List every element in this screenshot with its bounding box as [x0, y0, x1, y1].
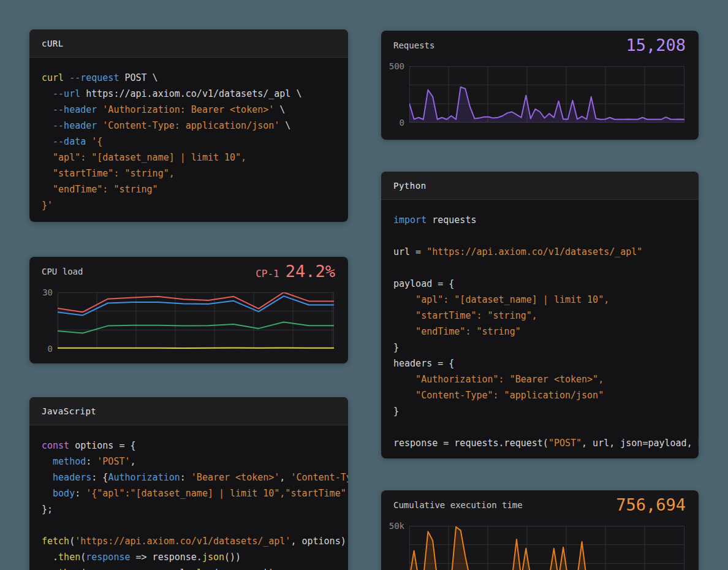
code-line: [393, 228, 699, 244]
chart-value: 756,694: [616, 495, 686, 514]
javascript-panel-header: JavaScript: [29, 397, 348, 425]
code-line: payload = {: [393, 276, 699, 292]
chart-value-wrap: 15,208: [626, 36, 686, 55]
code-line: url = "https://api.axiom.co/v1/datasets/…: [393, 244, 699, 260]
grid: [58, 292, 334, 349]
y-axis-zero-label: 0: [29, 344, 53, 354]
cpu-load-chart-panel: CPU load CP-1 24.2% 30 0: [29, 257, 348, 363]
cpu-blue: [58, 296, 334, 315]
code-line: response = requests.request("POST", url,…: [393, 435, 699, 451]
curl-code-panel: cURL curl --request POST \ --url https:/…: [29, 29, 348, 222]
cumulative-execution-time-chart-panel: Cumulative execution time 756,694 50k 0: [381, 490, 699, 570]
chart-series-label: CP-1: [256, 268, 279, 279]
code-line: headers: {Authorization: 'Bearer <token>…: [42, 469, 348, 485]
code-line: --header 'Content-Type: application/json…: [42, 118, 348, 134]
code-line: method: 'POST',: [42, 454, 348, 469]
requests-line: [409, 87, 684, 120]
grid: [409, 526, 684, 570]
code-line: --header 'Authorization: Bearer <token>'…: [42, 102, 348, 118]
code-line: const options = {: [42, 438, 348, 454]
python-code-block: import requests url = "https://api.axiom…: [381, 200, 699, 451]
code-line: curl --request POST \: [42, 70, 348, 86]
code-line: }: [393, 340, 699, 355]
code-line: fetch('https://api.axiom.co/v1/datasets/…: [42, 533, 348, 549]
y-axis-max-label: 500: [381, 61, 404, 71]
code-line: --data '{: [42, 134, 348, 150]
code-line: "endTime": "string": [42, 181, 348, 197]
panel-title: JavaScript: [42, 406, 96, 416]
chart-title: CPU load: [42, 267, 83, 276]
curl-panel-header: cURL: [29, 29, 348, 58]
chart-title: Requests: [393, 40, 434, 50]
y-axis-zero-label: 0: [381, 118, 404, 127]
cumulative-execution-time-chart-plot: [409, 526, 684, 570]
code-line: "apl": "[dataset_name] | limit 10",: [393, 292, 699, 308]
javascript-code-panel: JavaScript const options = { method: 'PO…: [29, 397, 348, 570]
code-line: "endTime": "string": [393, 324, 699, 340]
cpu-yellow: [58, 348, 334, 349]
javascript-code-block: const options = { method: 'POST', header…: [29, 425, 348, 570]
code-line: body: '{"apl":"[dataset_name] | limit 10…: [42, 485, 348, 501]
requests-chart-plot: [409, 66, 684, 123]
chart-value: 15,208: [626, 36, 686, 55]
chart-title: Cumulative execution time: [393, 500, 523, 510]
panel-title: Python: [393, 181, 427, 191]
code-line: .then(response => response.json()): [42, 549, 348, 565]
code-line: --url https://api.axiom.co/v1/datasets/_…: [42, 86, 348, 102]
code-line: };: [42, 501, 348, 517]
grid: [409, 66, 684, 123]
python-panel-header: Python: [381, 172, 699, 200]
code-line: [393, 419, 699, 435]
code-line: "Content-Type": "application/json": [393, 387, 699, 403]
y-axis-max-label: 30: [29, 287, 53, 297]
cpu-green: [58, 322, 334, 333]
requests-chart-panel: Requests 15,208 500 0: [381, 31, 699, 140]
code-line: "apl": "[dataset_name] | limit 10",: [42, 150, 348, 165]
code-line: import requests: [393, 212, 699, 228]
code-line: "startTime": "string",: [393, 308, 699, 324]
code-line: }': [42, 197, 348, 213]
cpu-load-chart-plot: [58, 292, 334, 349]
code-line: .then(response => console.log(response)): [42, 565, 348, 570]
panel-title: cURL: [42, 39, 64, 48]
code-line: [393, 260, 699, 276]
chart-value: 24.2%: [286, 262, 335, 281]
chart-value-wrap: 756,694: [616, 495, 686, 514]
curl-code-block: curl --request POST \ --url https://api.…: [29, 58, 348, 213]
code-line: "startTime": "string",: [42, 165, 348, 181]
code-line: "Authorization": "Bearer <token>",: [393, 371, 699, 387]
code-line: headers = {: [393, 355, 699, 371]
y-axis-max-label: 50k: [381, 521, 404, 531]
code-line: [42, 517, 348, 533]
cpu-red: [58, 292, 334, 312]
code-line: }: [393, 403, 699, 419]
chart-value-wrap: CP-1 24.2%: [256, 262, 335, 281]
python-code-panel: Python import requests url = "https://ap…: [381, 172, 699, 458]
